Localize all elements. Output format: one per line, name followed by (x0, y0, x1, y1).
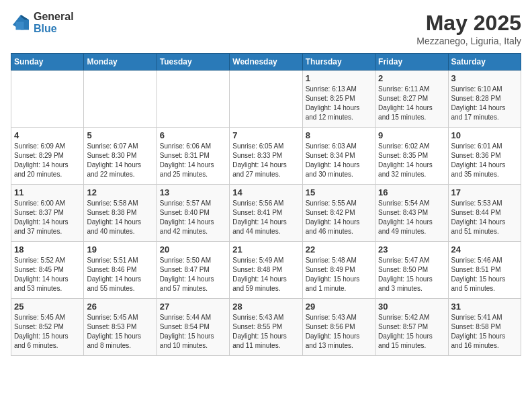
day-number: 7 (232, 130, 299, 140)
calendar-cell: 16Sunrise: 5:54 AM Sunset: 8:43 PM Dayli… (375, 185, 448, 242)
day-number: 19 (87, 244, 153, 255)
cell-content: Sunrise: 5:46 AM Sunset: 8:51 PM Dayligh… (451, 256, 518, 293)
day-number: 8 (306, 130, 372, 140)
cell-content: Sunrise: 5:43 AM Sunset: 8:56 PM Dayligh… (306, 313, 372, 351)
logo: General Blue (11, 11, 74, 34)
cell-content: Sunrise: 6:11 AM Sunset: 8:27 PM Dayligh… (378, 85, 445, 122)
logo-icon (11, 13, 31, 33)
calendar-cell: 8Sunrise: 6:03 AM Sunset: 8:34 PM Daylig… (302, 128, 375, 185)
cell-content: Sunrise: 5:45 AM Sunset: 8:52 PM Dayligh… (14, 313, 81, 351)
calendar-cell: 13Sunrise: 5:57 AM Sunset: 8:40 PM Dayli… (157, 185, 229, 242)
cell-content: Sunrise: 6:00 AM Sunset: 8:37 PM Dayligh… (14, 199, 81, 236)
day-number: 17 (451, 187, 518, 197)
day-number: 9 (378, 130, 445, 140)
calendar-cell: 4Sunrise: 6:09 AM Sunset: 8:29 PM Daylig… (11, 128, 84, 185)
calendar-cell: 20Sunrise: 5:50 AM Sunset: 8:47 PM Dayli… (157, 242, 229, 299)
calendar-cell (84, 71, 157, 128)
logo-blue-text: Blue (34, 23, 74, 35)
day-number: 13 (160, 187, 226, 197)
calendar-cell: 12Sunrise: 5:58 AM Sunset: 8:38 PM Dayli… (84, 185, 157, 242)
day-number: 23 (378, 244, 445, 255)
day-number: 16 (378, 187, 445, 197)
header-day: Friday (375, 54, 448, 71)
cell-content: Sunrise: 5:55 AM Sunset: 8:42 PM Dayligh… (306, 199, 372, 236)
day-number: 11 (14, 187, 81, 197)
cell-content: Sunrise: 5:58 AM Sunset: 8:38 PM Dayligh… (87, 199, 153, 236)
calendar-cell: 1Sunrise: 6:13 AM Sunset: 8:25 PM Daylig… (302, 71, 375, 128)
cell-content: Sunrise: 5:57 AM Sunset: 8:40 PM Dayligh… (160, 199, 226, 236)
calendar-cell: 11Sunrise: 6:00 AM Sunset: 8:37 PM Dayli… (11, 185, 84, 242)
logo-general-text: General (34, 11, 74, 23)
calendar-cell: 5Sunrise: 6:07 AM Sunset: 8:30 PM Daylig… (84, 128, 157, 185)
calendar-cell: 26Sunrise: 5:45 AM Sunset: 8:53 PM Dayli… (84, 299, 157, 356)
calendar-cell: 21Sunrise: 5:49 AM Sunset: 8:48 PM Dayli… (230, 242, 302, 299)
day-number: 27 (160, 302, 226, 312)
day-number: 29 (306, 302, 372, 312)
calendar-title: May 2025 (416, 11, 521, 36)
calendar-cell: 6Sunrise: 6:06 AM Sunset: 8:31 PM Daylig… (157, 128, 229, 185)
cell-content: Sunrise: 5:43 AM Sunset: 8:55 PM Dayligh… (232, 313, 299, 351)
cell-content: Sunrise: 5:45 AM Sunset: 8:53 PM Dayligh… (87, 313, 153, 351)
day-number: 10 (451, 130, 518, 140)
page-header: General Blue May 2025 Mezzanego, Liguria… (11, 11, 521, 46)
calendar-cell: 28Sunrise: 5:43 AM Sunset: 8:55 PM Dayli… (230, 299, 302, 356)
day-number: 6 (160, 130, 226, 140)
calendar-cell: 15Sunrise: 5:55 AM Sunset: 8:42 PM Dayli… (302, 185, 375, 242)
title-block: May 2025 Mezzanego, Liguria, Italy (416, 11, 521, 46)
header-day: Sunday (11, 54, 84, 71)
calendar-cell: 31Sunrise: 5:41 AM Sunset: 8:58 PM Dayli… (448, 299, 521, 356)
day-number: 3 (451, 73, 518, 83)
calendar-cell: 23Sunrise: 5:47 AM Sunset: 8:50 PM Dayli… (375, 242, 448, 299)
day-number: 1 (306, 73, 372, 83)
cell-content: Sunrise: 6:10 AM Sunset: 8:28 PM Dayligh… (451, 85, 518, 122)
calendar-week: 1Sunrise: 6:13 AM Sunset: 8:25 PM Daylig… (11, 71, 521, 128)
day-number: 24 (451, 244, 518, 255)
calendar-cell: 9Sunrise: 6:02 AM Sunset: 8:35 PM Daylig… (375, 128, 448, 185)
calendar-cell: 27Sunrise: 5:44 AM Sunset: 8:54 PM Dayli… (157, 299, 229, 356)
calendar-subtitle: Mezzanego, Liguria, Italy (416, 36, 521, 46)
day-number: 20 (160, 244, 226, 255)
cell-content: Sunrise: 5:48 AM Sunset: 8:49 PM Dayligh… (306, 256, 372, 293)
cell-content: Sunrise: 5:47 AM Sunset: 8:50 PM Dayligh… (378, 256, 445, 293)
day-number: 18 (14, 244, 81, 255)
calendar-cell: 29Sunrise: 5:43 AM Sunset: 8:56 PM Dayli… (302, 299, 375, 356)
header-day: Saturday (448, 54, 521, 71)
header-day: Monday (84, 54, 157, 71)
header-day: Wednesday (230, 54, 302, 71)
day-number: 12 (87, 187, 153, 197)
day-number: 31 (451, 302, 518, 312)
calendar-cell: 19Sunrise: 5:51 AM Sunset: 8:46 PM Dayli… (84, 242, 157, 299)
header-day: Tuesday (157, 54, 229, 71)
cell-content: Sunrise: 6:01 AM Sunset: 8:36 PM Dayligh… (451, 142, 518, 179)
day-number: 25 (14, 302, 81, 312)
svg-rect-2 (16, 21, 24, 30)
cell-content: Sunrise: 6:02 AM Sunset: 8:35 PM Dayligh… (378, 142, 445, 179)
calendar-cell (11, 71, 84, 128)
cell-content: Sunrise: 5:49 AM Sunset: 8:48 PM Dayligh… (232, 256, 299, 293)
calendar-week: 11Sunrise: 6:00 AM Sunset: 8:37 PM Dayli… (11, 185, 521, 242)
calendar-cell: 18Sunrise: 5:52 AM Sunset: 8:45 PM Dayli… (11, 242, 84, 299)
cell-content: Sunrise: 5:51 AM Sunset: 8:46 PM Dayligh… (87, 256, 153, 293)
calendar-header: SundayMondayTuesdayWednesdayThursdayFrid… (11, 54, 521, 71)
calendar-week: 25Sunrise: 5:45 AM Sunset: 8:52 PM Dayli… (11, 299, 521, 356)
day-number: 28 (232, 302, 299, 312)
cell-content: Sunrise: 5:52 AM Sunset: 8:45 PM Dayligh… (14, 256, 81, 293)
calendar-week: 18Sunrise: 5:52 AM Sunset: 8:45 PM Dayli… (11, 242, 521, 299)
calendar-cell: 30Sunrise: 5:42 AM Sunset: 8:57 PM Dayli… (375, 299, 448, 356)
calendar-cell: 3Sunrise: 6:10 AM Sunset: 8:28 PM Daylig… (448, 71, 521, 128)
cell-content: Sunrise: 5:42 AM Sunset: 8:57 PM Dayligh… (378, 313, 445, 351)
cell-content: Sunrise: 5:54 AM Sunset: 8:43 PM Dayligh… (378, 199, 445, 236)
calendar-week: 4Sunrise: 6:09 AM Sunset: 8:29 PM Daylig… (11, 128, 521, 185)
calendar-cell: 24Sunrise: 5:46 AM Sunset: 8:51 PM Dayli… (448, 242, 521, 299)
cell-content: Sunrise: 6:09 AM Sunset: 8:29 PM Dayligh… (14, 142, 81, 179)
calendar-cell: 2Sunrise: 6:11 AM Sunset: 8:27 PM Daylig… (375, 71, 448, 128)
calendar-cell: 10Sunrise: 6:01 AM Sunset: 8:36 PM Dayli… (448, 128, 521, 185)
cell-content: Sunrise: 6:07 AM Sunset: 8:30 PM Dayligh… (87, 142, 153, 179)
cell-content: Sunrise: 5:53 AM Sunset: 8:44 PM Dayligh… (451, 199, 518, 236)
day-number: 4 (14, 130, 81, 140)
cell-content: Sunrise: 6:05 AM Sunset: 8:33 PM Dayligh… (232, 142, 299, 179)
day-number: 26 (87, 302, 153, 312)
calendar-cell: 25Sunrise: 5:45 AM Sunset: 8:52 PM Dayli… (11, 299, 84, 356)
day-number: 5 (87, 130, 153, 140)
cell-content: Sunrise: 5:41 AM Sunset: 8:58 PM Dayligh… (451, 313, 518, 351)
